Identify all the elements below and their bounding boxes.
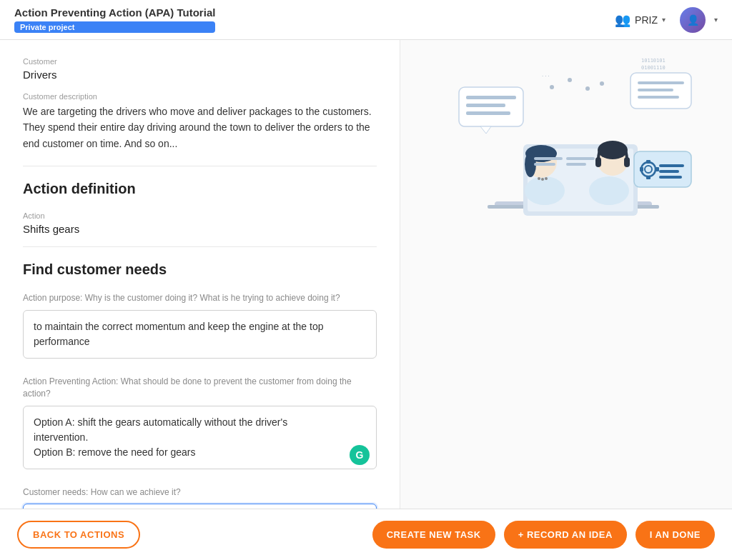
svg-rect-31 bbox=[656, 167, 659, 171]
svg-rect-43 bbox=[534, 163, 555, 166]
header-left: Action Preventing Action (APA) Tutorial … bbox=[14, 6, 215, 33]
svg-rect-44 bbox=[566, 157, 595, 160]
avatar[interactable]: 👤 bbox=[680, 7, 706, 33]
svg-marker-20 bbox=[480, 126, 491, 134]
header-right: 👥 PRIZ ▾ 👤 ▾ bbox=[609, 7, 718, 33]
action-label: Action bbox=[23, 211, 377, 220]
svg-rect-14 bbox=[595, 157, 601, 167]
svg-point-38 bbox=[600, 81, 604, 86]
avatar-initials: 👤 bbox=[687, 14, 699, 26]
customer-field: Customer Drivers bbox=[23, 57, 377, 81]
apa-input-wrapper: G bbox=[23, 406, 377, 472]
svg-rect-23 bbox=[638, 89, 673, 91]
customer-label: Customer bbox=[23, 57, 377, 66]
action-field: Action Shifts gears bbox=[23, 211, 377, 235]
section-customer-needs: Find customer needs bbox=[23, 261, 377, 278]
svg-rect-28 bbox=[646, 160, 651, 164]
svg-point-35 bbox=[550, 85, 554, 89]
svg-text:01001110: 01001110 bbox=[641, 65, 666, 71]
customer-desc-field: Customer description We are targeting th… bbox=[23, 92, 377, 151]
customer-desc-value: We are targeting the drivers who move an… bbox=[23, 104, 377, 151]
svg-point-10 bbox=[545, 177, 548, 180]
svg-rect-18 bbox=[466, 104, 505, 107]
svg-rect-34 bbox=[659, 176, 682, 179]
customer-value: Drivers bbox=[23, 69, 377, 81]
grammarly-icon[interactable]: G bbox=[350, 445, 370, 465]
purpose-question-label: Action purpose: Why is the customer doin… bbox=[23, 292, 377, 304]
svg-rect-17 bbox=[466, 96, 516, 99]
create-new-task-button[interactable]: CREATE NEW TASK bbox=[372, 521, 495, 549]
app-title: Action Preventing Action (APA) Tutorial bbox=[14, 6, 215, 19]
record-idea-button[interactable]: + RECORD AN IDEA bbox=[504, 521, 627, 549]
svg-text:...: ... bbox=[541, 72, 550, 78]
apa-question-label: Action Preventing Action: What should be… bbox=[23, 376, 377, 400]
svg-point-4 bbox=[525, 176, 565, 205]
needs-field: Customer needs: How can we achieve it? G bbox=[23, 486, 377, 509]
footer-actions: CREATE NEW TASK + RECORD AN IDEA I AN DO… bbox=[372, 521, 715, 549]
chevron-down-icon: ▾ bbox=[662, 16, 666, 24]
team-icon: 👥 bbox=[615, 12, 630, 28]
svg-point-9 bbox=[541, 178, 544, 181]
customer-desc-label: Customer description bbox=[23, 92, 377, 101]
team-selector[interactable]: 👥 PRIZ ▾ bbox=[609, 9, 671, 31]
needs-question-label: Customer needs: How can we achieve it? bbox=[23, 486, 377, 499]
svg-rect-33 bbox=[659, 170, 679, 173]
app-header: Action Preventing Action (APA) Tutorial … bbox=[0, 0, 732, 40]
needs-input-wrapper: G bbox=[23, 504, 377, 509]
footer: BACK TO ACTIONS CREATE NEW TASK + RECORD… bbox=[0, 509, 732, 560]
svg-text:10110101: 10110101 bbox=[641, 58, 666, 64]
svg-rect-29 bbox=[646, 176, 651, 179]
i-am-done-button[interactable]: I AN DONE bbox=[635, 521, 715, 549]
divider-1 bbox=[23, 166, 377, 166]
svg-rect-19 bbox=[466, 111, 510, 115]
right-panel: 01001110 10110101 ... bbox=[400, 40, 732, 509]
needs-input[interactable] bbox=[23, 504, 377, 509]
svg-rect-45 bbox=[566, 163, 586, 166]
svg-rect-22 bbox=[638, 81, 684, 84]
purpose-field: Action purpose: Why is the customer doin… bbox=[23, 292, 377, 376]
svg-rect-42 bbox=[534, 157, 563, 160]
main-content: Customer Drivers Customer description We… bbox=[0, 40, 732, 509]
svg-rect-32 bbox=[659, 164, 684, 167]
svg-point-36 bbox=[568, 78, 572, 82]
svg-rect-15 bbox=[624, 157, 630, 167]
section-action-definition: Action definition bbox=[23, 181, 377, 197]
apa-field: Action Preventing Action: What should be… bbox=[23, 376, 377, 472]
svg-rect-24 bbox=[638, 96, 679, 99]
action-value: Shifts gears bbox=[23, 223, 377, 235]
divider-2 bbox=[23, 246, 377, 247]
svg-point-37 bbox=[585, 86, 590, 91]
tutorial-illustration: 01001110 10110101 ... bbox=[430, 51, 702, 266]
svg-point-11 bbox=[589, 176, 629, 205]
private-badge: Private project bbox=[14, 21, 215, 33]
avatar-chevron-icon: ▾ bbox=[714, 16, 718, 24]
left-panel: Customer Drivers Customer description We… bbox=[0, 40, 400, 509]
team-name: PRIZ bbox=[635, 14, 658, 26]
back-to-actions-button[interactable]: BACK TO ACTIONS bbox=[17, 521, 140, 549]
purpose-input[interactable] bbox=[23, 310, 377, 359]
svg-rect-30 bbox=[640, 167, 643, 171]
svg-point-8 bbox=[538, 177, 540, 180]
apa-input[interactable] bbox=[23, 406, 377, 469]
